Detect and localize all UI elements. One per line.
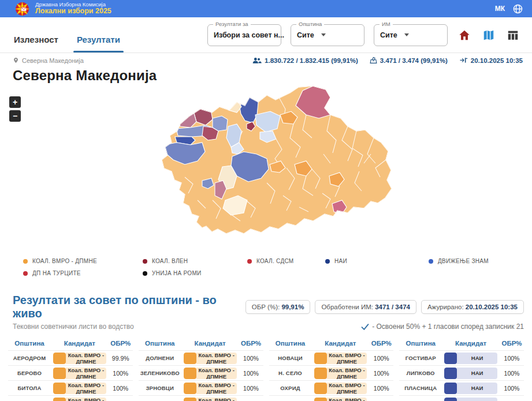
municipality-cell: ЛИПКОВО xyxy=(399,370,442,376)
legend-label: НАИ xyxy=(334,258,347,264)
table-row[interactable]: ПЕТРОВЕЦ Коал. ВМРО - ДПМНЕ 100% xyxy=(269,395,394,401)
candidate-pill: Коал. ВМРО - ДПМНЕ xyxy=(184,398,237,401)
table-columns-icon[interactable] xyxy=(507,29,519,42)
table-header: Општина Кандидат ОБР% xyxy=(139,336,263,350)
results-subtitle: Тековни советнички листи во водство xyxy=(13,323,134,331)
stations-value: 3.471 / 3.474 (99,91%) xyxy=(380,57,448,64)
candidate-pill: Коал. ВМРО - ДПМНЕ xyxy=(184,383,237,394)
app-header: Државна Изборна Комисија Локални избори … xyxy=(0,0,532,17)
municipality-cell: ЗЕЛЕНИКОВО xyxy=(139,370,181,376)
zoom-out-button[interactable]: − xyxy=(9,110,21,122)
tab-results[interactable]: Резултати xyxy=(76,35,121,53)
globe-icon[interactable] xyxy=(513,4,523,14)
obr-badge: ОБР (%): 99,91% xyxy=(245,300,311,314)
party-dot xyxy=(143,259,147,264)
table-row[interactable]: ЛИПКОВО НАИ 100% xyxy=(399,365,524,380)
col-candidate: Кандидат xyxy=(181,340,239,347)
zoom-in-button[interactable]: + xyxy=(9,96,21,108)
table-row[interactable]: ЗЕЛЕНИКОВО Коал. ВМРО - ДПМНЕ 100% xyxy=(139,365,263,380)
party-swatch xyxy=(314,383,327,394)
obr-cell: 100% xyxy=(369,355,393,362)
municipality-select[interactable]: Општина Сите xyxy=(291,24,364,46)
legend-label: КОАЛ. ВМРО - ДПМНЕ xyxy=(32,258,97,264)
chevron-down-icon xyxy=(321,33,326,36)
municipality-cell: ГОСТИВАР xyxy=(399,355,442,361)
table-row[interactable]: ГОСТИВАР НАИ 100% xyxy=(399,350,524,365)
legend-label: КОАЛ. ВЛЕН xyxy=(152,258,188,264)
check-icon xyxy=(361,324,369,330)
table-row[interactable]: БИТОЛА Коал. ВМРО - ДПМНЕ 100% xyxy=(8,380,133,395)
table-row[interactable]: БЕРОВО Коал. ВМРО - ДПМНЕ 100% xyxy=(8,365,133,380)
party-dot xyxy=(247,259,252,264)
candidate-pill: Коал. ВМРО - ДПМНЕ xyxy=(53,353,106,364)
col-municipality: Општина xyxy=(269,340,312,347)
municipality-cell: АЕРОДРОМ xyxy=(8,355,51,361)
party-swatch xyxy=(444,398,457,401)
filter-bar: Резултати за Избори за совет н... Општин… xyxy=(207,24,448,46)
obr-cell: 100% xyxy=(109,370,133,377)
legend-label: УНИЈА НА РОМИ xyxy=(152,270,202,276)
table-group: Општина Кандидат ОБР% НОВАЦИ Коал. ВМРО … xyxy=(269,336,394,401)
candidate-pill: Коал. ВМРО - ДПМНЕ xyxy=(53,368,106,379)
tab-turnout[interactable]: Излезност xyxy=(13,35,59,53)
col-municipality: Општина xyxy=(399,340,442,347)
party-dot xyxy=(143,271,147,276)
sync-arrow-icon xyxy=(459,57,468,64)
results-table: Општина Кандидат ОБР% АЕРОДРОМ Коал. ВМР… xyxy=(8,336,524,401)
obr-cell: 100% xyxy=(109,385,133,392)
municipality-label: Општина xyxy=(296,21,324,27)
check-note-text: - Освоени 50% + 1 гласови според записни… xyxy=(372,323,524,331)
obr-cell: 99.9% xyxy=(109,355,133,362)
municipality-cell: ДОЛНЕНИ xyxy=(139,355,181,361)
table-row[interactable]: ПЛАСНИЦА НАИ 100% xyxy=(399,380,524,395)
party-swatch xyxy=(444,353,457,364)
table-row[interactable]: Н. СЕЛО Коал. ВМРО - ДПМНЕ 100% xyxy=(269,365,394,380)
map-icon[interactable] xyxy=(482,29,495,42)
candidate-pill: НАИ xyxy=(444,353,497,364)
candidate-pill: НАИ xyxy=(444,383,497,394)
party-swatch xyxy=(314,398,327,401)
table-row[interactable]: НОВАЦИ Коал. ВМРО - ДПМНЕ 100% xyxy=(269,350,394,365)
candidate-pill: Коал. ВМРО - ДПМНЕ xyxy=(314,383,367,394)
party-dot xyxy=(429,259,433,264)
municipality-cell: БЕРОВО xyxy=(8,370,51,376)
polling-station-label: ИМ xyxy=(380,21,393,27)
obr-cell: 100% xyxy=(239,385,263,392)
view-icons xyxy=(458,29,519,42)
choropleth-map[interactable] xyxy=(157,85,396,248)
legend-item: ДП НА ТУРЦИТЕ xyxy=(23,270,143,276)
table-row[interactable]: САРАЈ НАИ 100% xyxy=(399,395,524,401)
party-swatch xyxy=(444,383,457,394)
election-title: Локални избори 2025 xyxy=(35,8,111,16)
results-for-select[interactable]: Резултати за Избори за совет н... xyxy=(207,24,281,46)
table-group: Општина Кандидат ОБР% ДОЛНЕНИ Коал. ВМРО… xyxy=(139,336,263,401)
map-area: + − xyxy=(0,84,532,252)
table-group: Општина Кандидат ОБР% АЕРОДРОМ Коал. ВМР… xyxy=(8,336,133,401)
municipality-cell: ОХРИД xyxy=(269,385,312,391)
home-icon[interactable] xyxy=(458,29,471,42)
language-label[interactable]: МК xyxy=(495,5,505,13)
stations-stat: 3.471 / 3.474 (99,91%) xyxy=(370,57,448,64)
legend-label: КОАЛ. СДСМ xyxy=(256,258,294,264)
candidate-pill: НАИ xyxy=(444,398,497,401)
breadcrumb-row: Северна Македонија 1.830.722 / 1.832.415… xyxy=(0,53,532,64)
polling-station-select[interactable]: ИМ Сите xyxy=(374,24,448,46)
candidate-pill: Коал. ВМРО - ДПМНЕ xyxy=(314,368,367,379)
processed-badge: Обработени ИМ: 3471 / 3474 xyxy=(315,300,416,314)
col-municipality: Општина xyxy=(8,340,51,347)
updated-badge: Ажурирано: 20.10.2025 10:35 xyxy=(421,300,524,314)
table-row[interactable]: ЗРНОВЦИ Коал. ВМРО - ДПМНЕ 100% xyxy=(139,380,263,395)
table-row[interactable]: ОХРИД Коал. ВМРО - ДПМНЕ 100% xyxy=(269,380,394,395)
party-dot xyxy=(325,259,330,264)
table-row[interactable]: ИЛИНДЕН Коал. ВМРО - ДПМНЕ 100% xyxy=(139,395,263,401)
table-row[interactable]: ДОЛНЕНИ Коал. ВМРО - ДПМНЕ 100% xyxy=(139,350,263,365)
summary-badges: ОБР (%): 99,91% Обработени ИМ: 3471 / 34… xyxy=(245,300,524,314)
table-row[interactable]: БОСИЛОВО Коал. ВМРО - ДПМНЕ 94.35% xyxy=(8,395,133,401)
page-title: Северна Македонија xyxy=(13,68,532,84)
table-row[interactable]: АЕРОДРОМ Коал. ВМРО - ДПМНЕ 99.9% xyxy=(8,350,133,365)
obr-cell: 100% xyxy=(500,370,524,377)
party-swatch xyxy=(53,353,66,364)
party-swatch xyxy=(184,383,196,394)
obr-cell: 100% xyxy=(500,355,524,362)
location-pin-icon xyxy=(13,57,19,64)
